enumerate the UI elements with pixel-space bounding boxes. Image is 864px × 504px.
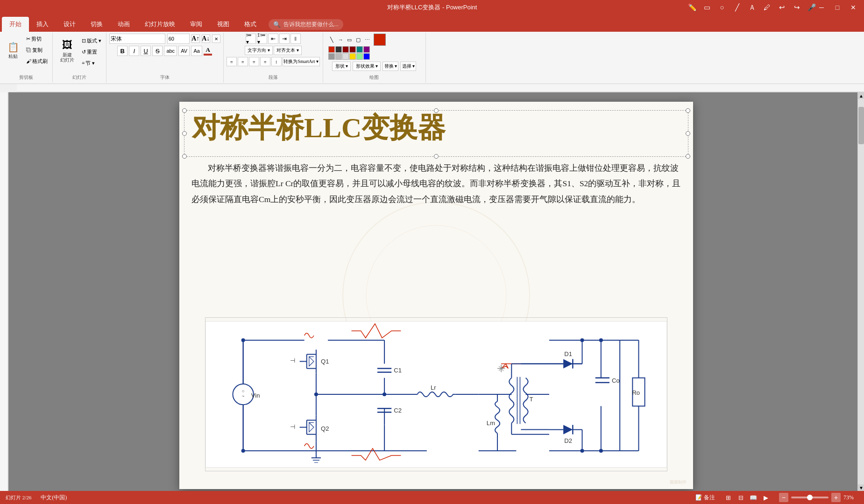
handle-br[interactable] (686, 154, 690, 159)
handle-tl[interactable] (182, 108, 187, 113)
color-swatch-darkred[interactable] (342, 46, 349, 53)
paragraph-group-label: 段落 (269, 74, 278, 82)
zoom-level[interactable]: 73% (843, 494, 858, 501)
shape-fill-color[interactable] (374, 34, 386, 46)
reset-button[interactable]: ↺ 重置 (80, 47, 103, 57)
notes-button[interactable]: 📝 备注 (695, 494, 715, 502)
vertical-scrollbar[interactable]: ▲ ▼ (857, 92, 864, 491)
color-swatch-red[interactable] (328, 46, 335, 53)
italic-button[interactable]: I (129, 46, 139, 56)
justify-button[interactable]: ≡ (260, 57, 270, 66)
line-spacing-button[interactable]: ↕ (271, 57, 282, 66)
font-size-input[interactable] (167, 34, 190, 44)
title-textbox[interactable]: 对称半桥LLC变换器 (184, 110, 688, 157)
color-swatch-lime[interactable] (356, 53, 363, 60)
handle-bl[interactable] (182, 154, 187, 159)
underline-button[interactable]: U (141, 46, 151, 56)
copy-button[interactable]: ⿻ 复制 (24, 45, 50, 55)
format-painter-button[interactable]: 🖌 格式刷 (24, 56, 50, 66)
shape-effects-button[interactable]: 形状效果 ▾ (353, 62, 381, 71)
clear-format-button[interactable]: ✕ (212, 35, 220, 43)
bold-button[interactable]: B (117, 46, 127, 56)
handle-mr[interactable] (686, 131, 690, 136)
strikethrough-button[interactable]: S (152, 46, 163, 56)
zoom-in-button[interactable]: + (831, 493, 841, 502)
layout-button[interactable]: ⊡ 版式 ▾ (80, 35, 103, 46)
color-swatch-dark[interactable] (335, 46, 342, 53)
decrease-indent-button[interactable]: ⇤ (268, 34, 278, 44)
tab-transition[interactable]: 切换 (83, 17, 110, 32)
increase-font-button[interactable]: A↑ (191, 35, 200, 43)
color-swatch-maroon[interactable] (349, 46, 356, 53)
shape-line[interactable]: ╲ (327, 35, 336, 44)
handle-tr[interactable] (686, 108, 690, 113)
text-align-button[interactable]: 对齐文本 ▾ (274, 46, 302, 55)
tab-slideshow[interactable]: 幻灯片放映 (137, 17, 183, 32)
increase-indent-button[interactable]: ⇥ (279, 34, 290, 44)
color-swatch-teal[interactable] (356, 46, 363, 53)
rect-icon[interactable]: ▭ (701, 2, 713, 13)
paste-button[interactable]: 📋 粘贴 (3, 38, 23, 62)
align-right-button[interactable]: ≡ (249, 57, 259, 66)
tab-review[interactable]: 审阅 (183, 17, 210, 32)
circle-icon[interactable]: ○ (716, 2, 728, 13)
redo-icon[interactable]: ↪ (791, 2, 802, 13)
tab-insert[interactable]: 插入 (29, 17, 56, 32)
textbox-icon[interactable]: Ａ (746, 2, 758, 13)
change-case-button[interactable]: Aa (191, 46, 202, 56)
shape-rect[interactable]: ▭ (345, 35, 354, 44)
font-color-picker[interactable]: A (204, 46, 212, 56)
shape-rounded-rect[interactable]: ▢ (354, 35, 362, 44)
font-family-input[interactable] (109, 34, 165, 44)
scroll-up-button[interactable]: ▲ (858, 92, 864, 99)
decrease-font-button[interactable]: A↓ (202, 35, 210, 43)
cut-button[interactable]: ✂ 剪切 (24, 34, 50, 44)
tab-view[interactable]: 视图 (210, 17, 237, 32)
color-swatch-purple[interactable] (363, 46, 370, 53)
color-swatch-gray3[interactable] (342, 53, 349, 60)
section-button[interactable]: ≡ 节 ▾ (80, 58, 103, 68)
tab-animation[interactable]: 动画 (110, 17, 137, 32)
shape-more[interactable]: ⋯ (363, 35, 371, 44)
slide-sorter-button[interactable]: ⊟ (735, 493, 746, 502)
scroll-down-button[interactable]: ▼ (858, 484, 864, 491)
zoom-out-button[interactable]: − (779, 493, 788, 502)
replace-button[interactable]: 替换 ▾ (382, 62, 398, 71)
shadow-button[interactable]: abc (164, 46, 177, 56)
char-spacing-button[interactable]: AV (178, 46, 190, 56)
handle-ml[interactable] (182, 131, 187, 136)
tab-design[interactable]: 设计 (56, 17, 83, 32)
tab-start[interactable]: 开始 (2, 17, 29, 32)
highlight-icon[interactable]: 🖊 (761, 2, 772, 13)
color-swatch-gray2[interactable] (335, 53, 342, 60)
align-center-button[interactable]: ≡ (238, 57, 248, 66)
slideshow-button[interactable]: ▶ (760, 493, 772, 502)
handle-tm[interactable] (434, 108, 439, 113)
pen-icon[interactable]: ✏️ (687, 2, 698, 13)
tab-format[interactable]: 格式 (237, 17, 264, 32)
normal-view-button[interactable]: ⊞ (722, 493, 734, 502)
new-slide-button[interactable]: 🖼 新建幻灯片 (56, 39, 79, 63)
bullet-list-button[interactable]: ≔ ▾ (246, 34, 256, 44)
scrollbar-thumb[interactable] (858, 107, 864, 144)
handle-bm[interactable] (434, 154, 439, 159)
zoom-handle[interactable] (807, 495, 813, 500)
convert-smartart-button[interactable]: 转换为SmartArt ▾ (283, 57, 320, 66)
shape-arrow-line[interactable]: → (336, 35, 345, 44)
numbered-list-button[interactable]: 1≔ ▾ (257, 34, 267, 44)
color-swatch-gray1[interactable] (328, 53, 335, 60)
undo-icon[interactable]: ↩ (776, 2, 787, 13)
columns-button[interactable]: ⫴ (290, 34, 301, 44)
tell-me-box[interactable]: 🔍 告诉我您想要做什么... (269, 19, 343, 30)
color-swatch-blue[interactable] (363, 53, 370, 60)
align-left-button[interactable]: ≡ (227, 57, 237, 66)
zoom-slider[interactable] (791, 497, 829, 498)
reading-view-button[interactable]: 📖 (748, 493, 759, 502)
select-button[interactable]: 选择 ▾ (400, 62, 416, 71)
line-icon[interactable]: ╱ (731, 2, 743, 13)
color-swatch-yellow[interactable] (349, 53, 356, 60)
mic-icon[interactable]: 🎤 (806, 2, 817, 13)
text-direction-button[interactable]: 文字方向 ▾ (245, 46, 273, 55)
shape-outline-button[interactable]: 形状 ▾ (332, 62, 351, 71)
content-textbox[interactable]: 对称半桥变换器将谐振电容一分为二，电容容量不变，使电路处于对称结构，这种结构在谐… (184, 161, 688, 207)
